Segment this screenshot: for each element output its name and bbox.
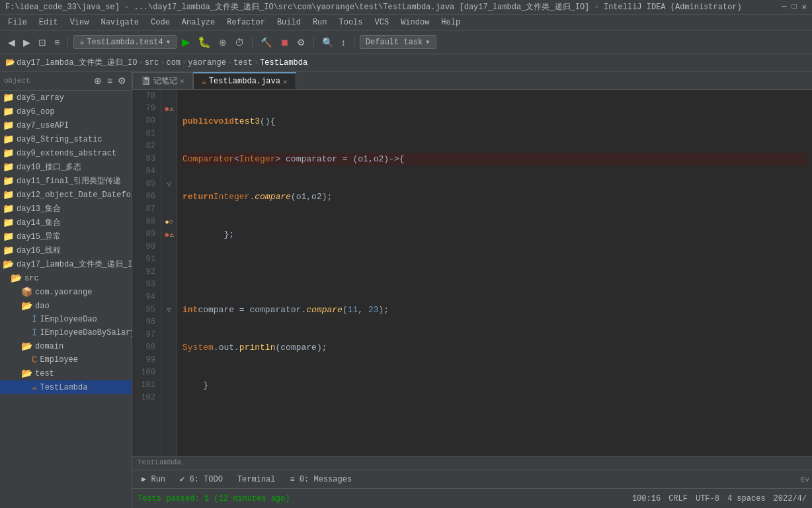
bottom-tab-messages[interactable]: ≡ 0: Messages <box>283 474 358 486</box>
tab-testlambda[interactable]: ☕ TestLambda.java ✕ <box>193 72 296 89</box>
bottom-tab-terminal[interactable]: Terminal <box>231 474 282 486</box>
sidebar-title: object <box>4 77 30 85</box>
profile-btn[interactable]: ⏱ <box>232 36 247 49</box>
menu-window[interactable]: Window <box>395 17 434 28</box>
run-btn[interactable]: ▶ <box>179 34 192 50</box>
sidebar-label: IEmployeeDaoBySalary <box>40 328 132 337</box>
sidebar-item-src[interactable]: 📂 src <box>0 271 132 285</box>
menu-build[interactable]: Build <box>272 17 306 28</box>
sidebar-item-day7-useapi[interactable]: 📁 day7_useAPI <box>0 118 132 132</box>
sidebar-item-day14[interactable]: 📁 day14_集合 <box>0 216 132 230</box>
sidebar-item-domain[interactable]: 📂 domain <box>0 339 132 353</box>
sidebar-item-day9[interactable]: 📁 day9_extends_abstract <box>0 146 132 160</box>
sidebar-item-dao[interactable]: 📂 dao <box>0 299 132 313</box>
indent-indicator[interactable]: 4 spaces <box>727 494 766 503</box>
sidebar-label: day10_接口_多态 <box>17 161 81 173</box>
sidebar-item-day13[interactable]: 📁 day13_集合 <box>0 202 132 216</box>
breadcrumb-icon: 📂 <box>5 58 15 67</box>
sidebar-add-btn[interactable]: ⊕ <box>93 74 103 87</box>
breadcrumb-item-1[interactable]: day17_lambda_文件类_递归_IO <box>17 57 137 68</box>
breadcrumb-item-4[interactable]: yaorange <box>188 58 226 67</box>
sidebar-label: day14_集合 <box>17 217 61 228</box>
breadcrumb-item-5[interactable]: test <box>233 58 253 67</box>
nav-btn[interactable]: ≡ <box>52 36 62 49</box>
sidebar-item-com-yaorange[interactable]: 📦 com.yaorange <box>0 285 132 299</box>
menu-edit[interactable]: Edit <box>34 17 63 28</box>
sidebar-collapse-btn[interactable]: ≡ <box>106 74 114 87</box>
sidebar-item-testlambda[interactable]: ☕ TestLambda <box>0 380 132 394</box>
sidebar-label: IEmployeeDao <box>40 315 97 324</box>
menu-file[interactable]: File <box>3 17 32 28</box>
sep2 <box>252 36 253 49</box>
menu-vcs[interactable]: VCS <box>370 17 395 28</box>
stop-btn[interactable]: ⏹ <box>277 36 292 49</box>
line-ending[interactable]: CRLF <box>669 494 688 503</box>
sidebar-label: day6_oop <box>17 107 55 116</box>
domain-folder-icon: 📂 <box>21 341 32 352</box>
menu-code[interactable]: Code <box>145 17 175 28</box>
debug-btn[interactable]: 🐛 <box>195 34 214 50</box>
sidebar-item-iemployeedao[interactable]: I IEmployeeDao <box>0 313 132 326</box>
settings-btn[interactable]: ⚙ <box>294 36 308 49</box>
sidebar-item-day5-array[interactable]: 📁 day5_array <box>0 91 132 105</box>
bottom-tab-todo[interactable]: ✔ 6: TODO <box>173 473 229 486</box>
run-config-icon: ☕ <box>79 37 84 47</box>
fold-icon-88[interactable]: ▽ <box>169 218 173 226</box>
sidebar-item-day17[interactable]: 📂 day17_lambda_文件类_递归_IO <box>0 257 132 271</box>
coverage-btn[interactable]: ⊕ <box>216 36 229 49</box>
run-config-dropdown[interactable]: ☕ TestLambda.test4 ▾ <box>73 35 177 49</box>
sidebar-item-day8[interactable]: 📁 day8_String_static <box>0 132 132 146</box>
sidebar-label: src <box>24 274 39 283</box>
encoding[interactable]: UTF-8 <box>696 494 719 503</box>
sidebar-label: dao <box>35 302 50 311</box>
breadcrumb-item-2[interactable]: src <box>145 58 159 67</box>
menu-refactor[interactable]: Refactor <box>222 17 270 28</box>
recent-files-btn[interactable]: ⊡ <box>36 36 49 49</box>
menu-tools[interactable]: Tools <box>334 17 368 28</box>
tab-notes-close[interactable]: ✕ <box>180 77 184 85</box>
close-btn[interactable]: ✕ <box>802 2 807 12</box>
toolbar: ◀ ▶ ⊡ ≡ ☕ TestLambda.test4 ▾ ▶ 🐛 ⊕ ⏱ 🔨 ⏹… <box>0 30 812 54</box>
breadcrumb-item-3[interactable]: com <box>166 58 181 67</box>
sidebar-item-iemployeedaobysalary[interactable]: I IEmployeeDaoBySalary <box>0 326 132 339</box>
menu-help[interactable]: Help <box>436 17 466 28</box>
code-line-83: int compare = comparator.compare(11, 23)… <box>183 304 807 316</box>
position-indicator[interactable]: 100:16 <box>632 494 661 503</box>
sidebar-item-day15[interactable]: 📁 day15_异常 <box>0 230 132 243</box>
code-editor[interactable]: 78 79 80 81 82 83 84 85 86 87 88 89 90 9… <box>132 90 812 456</box>
tab-notes[interactable]: 📓 记笔记 ✕ <box>132 72 193 89</box>
sidebar-item-day10[interactable]: 📁 day10_接口_多态 <box>0 160 132 174</box>
sidebar-item-employee[interactable]: C Employee <box>0 353 132 366</box>
default-task-dropdown[interactable]: Default task ▾ <box>360 35 436 49</box>
sidebar-settings-btn[interactable]: ⚙ <box>116 74 128 87</box>
sidebar-item-day6-oop[interactable]: 📁 day6_oop <box>0 105 132 118</box>
minimize-btn[interactable]: ─ <box>782 2 786 12</box>
code-content[interactable]: public void test3(){ Comparator<Integer>… <box>177 90 812 456</box>
src-icon: 📂 <box>11 273 22 284</box>
tab-testlambda-close[interactable]: ✕ <box>283 77 288 86</box>
sidebar-item-test[interactable]: 📂 test <box>0 366 132 380</box>
menu-analyze[interactable]: Analyze <box>177 17 220 28</box>
build-btn[interactable]: 🔨 <box>258 36 274 49</box>
bottom-tab-run[interactable]: ▶ Run <box>135 473 172 486</box>
breadcrumb-item-6[interactable]: TestLambda <box>260 58 307 67</box>
forward-btn[interactable]: ▶ <box>20 36 33 49</box>
menu-run[interactable]: Run <box>307 17 333 28</box>
menu-view[interactable]: View <box>65 17 95 28</box>
vcs-btn[interactable]: ↕ <box>339 36 348 49</box>
maximize-btn[interactable]: □ <box>792 2 797 12</box>
menu-navigate[interactable]: Navigate <box>95 17 144 28</box>
sidebar-header: object ⊕ ≡ ⚙ <box>0 71 132 91</box>
sidebar: object ⊕ ≡ ⚙ 📁 day5_array 📁 day6_oop 📁 d… <box>0 71 132 508</box>
sidebar-item-day11[interactable]: 📁 day11_final_引用类型传递 <box>0 174 132 188</box>
sidebar-label: TestLambda <box>40 383 87 392</box>
sidebar-label: day16_线程 <box>17 245 61 256</box>
sidebar-label: domain <box>35 342 63 351</box>
search-btn[interactable]: 🔍 <box>319 36 336 49</box>
back-btn[interactable]: ◀ <box>5 36 18 49</box>
file-label: TestLambda <box>138 458 181 466</box>
bottom-tab-event-log: Ev <box>801 474 809 484</box>
sidebar-item-day12[interactable]: 📁 day12_object_Date_Dateformat <box>0 188 132 202</box>
gutter-79: ● ⚠ <box>161 103 177 115</box>
sidebar-item-day16[interactable]: 📁 day16_线程 <box>0 243 132 257</box>
